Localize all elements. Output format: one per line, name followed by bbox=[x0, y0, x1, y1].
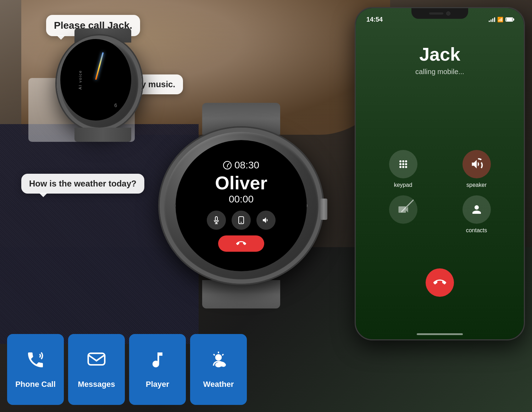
svg-point-6 bbox=[402, 163, 404, 165]
svg-point-2 bbox=[399, 160, 401, 162]
feature-tile-weather[interactable]: Weather bbox=[190, 334, 247, 405]
phone-battery-fill bbox=[506, 18, 512, 21]
phone-time: 14:54 bbox=[363, 16, 383, 23]
phone-option-contacts[interactable]: contacts bbox=[443, 195, 510, 234]
phone-call-options: keypad speaker bbox=[370, 150, 510, 234]
watch-call-controls bbox=[207, 211, 276, 230]
phone-call-icon bbox=[26, 350, 45, 374]
svg-point-8 bbox=[399, 166, 401, 168]
watch-small-number: 6 bbox=[114, 102, 117, 108]
watch-large-case: 08:30 Oliver 00:00 bbox=[160, 128, 323, 284]
watch-crown bbox=[320, 199, 327, 220]
phone-wifi-icon: 📶 bbox=[497, 17, 503, 22]
watch-time-row: 08:30 bbox=[223, 160, 259, 171]
feature-tile-phone-call[interactable]: Phone Call bbox=[7, 334, 64, 405]
bubble-weather-query: How is the weather today? bbox=[21, 174, 144, 194]
player-icon bbox=[148, 350, 167, 374]
messages-icon bbox=[87, 350, 106, 374]
svg-point-9 bbox=[402, 166, 404, 168]
watch-large: 08:30 Oliver 00:00 bbox=[153, 103, 330, 308]
feature-tile-messages-label: Messages bbox=[78, 380, 115, 389]
feature-tile-player-label: Player bbox=[146, 380, 169, 389]
watch-small: AI voice 6 bbox=[53, 28, 153, 142]
phone-option-video[interactable] bbox=[370, 195, 436, 234]
svg-point-17 bbox=[215, 362, 222, 367]
phone-video-btn[interactable] bbox=[389, 195, 417, 224]
watch-large-screen: 08:30 Oliver 00:00 bbox=[176, 140, 307, 271]
watch-clock-icon bbox=[223, 161, 232, 169]
phone-caller-section: Jack calling mobile... bbox=[356, 44, 524, 76]
phone-notch bbox=[411, 8, 468, 19]
svg-line-15 bbox=[214, 354, 215, 356]
watch-band-bottom-small bbox=[74, 128, 131, 142]
watch-large-band-bottom bbox=[202, 280, 280, 308]
bubble-weather-text: How is the weather today? bbox=[29, 179, 137, 188]
phone-contacts-label: contacts bbox=[466, 227, 487, 234]
watch-small-screen: AI voice 6 bbox=[60, 39, 131, 121]
feature-tiles: Phone Call Messages Player bbox=[7, 334, 247, 405]
phone-option-speaker[interactable]: speaker bbox=[443, 150, 510, 188]
phone-status-icons: 📶 bbox=[489, 17, 517, 22]
svg-rect-11 bbox=[88, 353, 105, 365]
watch-small-ai-label: AI voice bbox=[78, 70, 82, 89]
watch-phone-btn[interactable] bbox=[232, 211, 251, 230]
svg-point-18 bbox=[221, 363, 226, 367]
svg-point-5 bbox=[399, 163, 401, 165]
svg-point-3 bbox=[402, 160, 404, 162]
feature-tile-phone-call-label: Phone Call bbox=[15, 380, 56, 389]
phone-home-indicator bbox=[417, 333, 463, 335]
weather-icon bbox=[209, 350, 228, 374]
svg-point-10 bbox=[405, 166, 407, 168]
watch-speaker-btn[interactable] bbox=[256, 211, 276, 230]
watch-caller-name: Oliver bbox=[215, 172, 267, 194]
phone-battery-icon bbox=[505, 17, 513, 22]
phone-speaker-btn[interactable] bbox=[462, 150, 491, 178]
watch-small-case: AI voice 6 bbox=[57, 35, 142, 131]
phone: 14:54 📶 Jack calling mobile... bbox=[355, 7, 525, 340]
phone-caller-status: calling mobile... bbox=[415, 68, 464, 76]
svg-point-12 bbox=[215, 354, 222, 361]
phone-contacts-btn[interactable] bbox=[462, 195, 491, 224]
phone-option-keypad[interactable]: keypad bbox=[370, 150, 436, 188]
watch-end-call-btn[interactable] bbox=[218, 235, 264, 252]
phone-front-camera bbox=[446, 11, 450, 16]
feature-tile-weather-label: Weather bbox=[203, 380, 234, 389]
watch-time-display: 08:30 bbox=[234, 160, 259, 171]
watch-small-needle bbox=[95, 52, 104, 80]
phone-caller-name: Jack bbox=[419, 44, 460, 65]
phone-keypad-label: keypad bbox=[394, 182, 412, 188]
svg-point-7 bbox=[405, 163, 407, 165]
svg-line-14 bbox=[222, 354, 224, 356]
feature-tile-player[interactable]: Player bbox=[129, 334, 186, 405]
phone-end-call-btn[interactable] bbox=[426, 268, 454, 297]
svg-point-1 bbox=[241, 222, 242, 223]
feature-tile-messages[interactable]: Messages bbox=[68, 334, 125, 405]
phone-keypad-btn[interactable] bbox=[389, 150, 417, 178]
phone-screen: 14:54 📶 Jack calling mobile... bbox=[356, 8, 524, 339]
phone-signal-icon bbox=[489, 17, 495, 22]
watch-call-duration: 00:00 bbox=[229, 194, 254, 205]
svg-point-4 bbox=[405, 160, 407, 162]
watch-mute-btn[interactable] bbox=[207, 211, 226, 230]
phone-sensor bbox=[429, 12, 443, 15]
phone-speaker-label: speaker bbox=[466, 182, 487, 188]
